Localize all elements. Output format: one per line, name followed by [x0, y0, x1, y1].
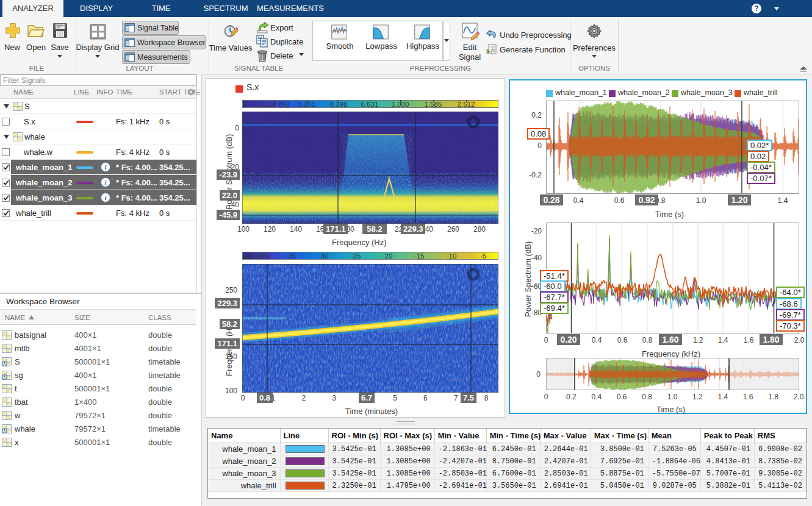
svg-text:fx: fx	[491, 47, 495, 53]
